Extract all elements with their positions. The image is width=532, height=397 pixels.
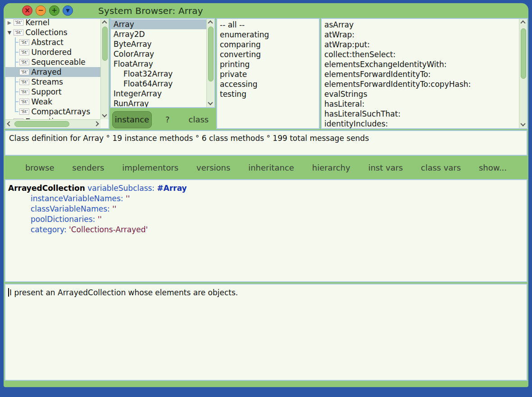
smalltalk-category-icon: 'St' — [19, 39, 29, 45]
menu-icon: ▼ — [66, 8, 69, 13]
scroll-down-icon[interactable] — [208, 100, 213, 105]
scrollbar-thumb[interactable] — [14, 121, 69, 127]
class-category-tree-pane: ▶'St'Kernel▼'St'Collections'St'Abstract'… — [5, 18, 109, 129]
expand-button[interactable]: + — [49, 5, 59, 16]
scrollbar-thumb[interactable] — [208, 27, 214, 81]
scroll-up-icon[interactable] — [208, 20, 213, 25]
tree-item-label: Unordered — [32, 48, 72, 57]
method-item[interactable]: hasLiteralSuchThat: — [322, 109, 519, 119]
class-item-float64array[interactable]: Float64Array — [111, 79, 206, 89]
method-item-label: hasLiteralSuchThat: — [324, 109, 400, 118]
method-category-item[interactable]: printing — [217, 59, 319, 69]
toolbar-button-senders[interactable]: senders — [72, 163, 104, 172]
class-item-label: Array — [114, 20, 134, 29]
method-category-item[interactable]: private — [217, 69, 319, 79]
class-item-runarray[interactable]: RunArray — [111, 99, 206, 108]
scroll-down-icon[interactable] — [520, 121, 525, 126]
close-button[interactable]: × — [22, 5, 32, 16]
code-line: classVariableNames: '' — [8, 204, 524, 214]
tree-item-kernel[interactable]: ▶'St'Kernel — [5, 18, 100, 27]
method-item[interactable]: elementsForwardIdentityTo: — [322, 69, 519, 79]
method-category-item[interactable]: comparing — [217, 40, 319, 50]
class-item-array[interactable]: Array — [111, 19, 206, 29]
class-vertical-scrollbar[interactable] — [206, 19, 214, 107]
scrollbar-thumb[interactable] — [521, 28, 526, 79]
method-item-label: collect:thenSelect: — [324, 50, 396, 59]
instance-button[interactable]: instance — [112, 111, 152, 128]
method-item[interactable]: elementsForwardIdentityTo:copyHash: — [322, 79, 519, 89]
menu-button[interactable]: ▼ — [63, 5, 73, 16]
scroll-left-icon[interactable] — [7, 121, 12, 126]
expand-icon: + — [51, 7, 57, 14]
chevron-expanded-icon[interactable]: ▼ — [5, 30, 14, 36]
tree-item-arrayed[interactable]: 'St'Arrayed — [5, 67, 100, 77]
scrollbar-thumb[interactable] — [102, 27, 108, 61]
method-item[interactable]: collect:thenSelect: — [322, 50, 519, 59]
tree-connector — [11, 77, 19, 87]
method-item[interactable]: evalStrings — [322, 89, 519, 99]
minimize-button[interactable]: − — [36, 5, 46, 16]
method-category-item-label: accessing — [220, 80, 258, 89]
toolbar-button-class-vars[interactable]: class vars — [421, 163, 461, 172]
method-item[interactable]: hasLiteral: — [322, 99, 519, 109]
method-category-item[interactable]: -- all -- — [217, 20, 319, 30]
class-item-colorarray[interactable]: ColorArray — [111, 49, 206, 59]
class-comment-pane[interactable]: I present an ArrayedCollection whose ele… — [5, 284, 527, 381]
toolbar-button-inheritance[interactable]: inheritance — [248, 163, 294, 172]
scroll-up-icon[interactable] — [102, 20, 107, 25]
tree-item-streams[interactable]: 'St'Streams — [5, 77, 100, 87]
tree-connector — [11, 97, 19, 107]
chevron-collapsed-icon[interactable]: ▶ — [5, 20, 14, 26]
tree-item-abstract[interactable]: 'St'Abstract — [5, 37, 100, 47]
method-category-item[interactable]: converting — [217, 50, 319, 59]
method-category-item[interactable]: testing — [217, 89, 319, 99]
method-item-label: identityIncludes: — [324, 119, 388, 128]
class-item-array2d[interactable]: Array2D — [111, 29, 206, 39]
tree-item-unordered[interactable]: 'St'Unordered — [5, 47, 100, 57]
code-segment-selector: variableSubclass: — [87, 184, 157, 193]
toolbar-button-versions[interactable]: versions — [196, 163, 230, 172]
tree-connector — [11, 47, 19, 57]
class-item-label: Float64Array — [123, 79, 173, 88]
method-item-label: atWrap: — [324, 30, 355, 39]
method-item-label: hasLiteral: — [324, 99, 364, 108]
window-controls: ×−+▼ — [22, 5, 73, 16]
class-item-label: IntegerArray — [114, 89, 162, 98]
class-item-label: Float32Array — [123, 69, 173, 78]
method-category-item[interactable]: accessing — [217, 79, 319, 89]
tree-item-weak[interactable]: 'St'Weak — [5, 97, 100, 107]
method-category-item[interactable]: enumerating — [217, 30, 319, 40]
tree-item-collections[interactable]: ▼'St'Collections — [5, 27, 100, 37]
comment-query-button[interactable]: ? — [165, 115, 170, 124]
class-item-floatarray[interactable]: FloatArray — [111, 59, 206, 69]
method-item[interactable]: atWrap: — [322, 30, 519, 40]
toolbar-button-implementors[interactable]: implementors — [122, 163, 178, 172]
toolbar-button-inst-vars[interactable]: inst vars — [368, 163, 403, 172]
toolbar-button-hierarchy[interactable]: hierarchy — [312, 163, 350, 172]
method-item[interactable]: asArray — [322, 20, 519, 30]
toolbar-button-browse[interactable]: browse — [25, 163, 55, 172]
code-segment-selector: classVariableNames: — [31, 204, 112, 213]
tree-item-compactarrays[interactable]: 'St'CompactArrays — [5, 107, 100, 117]
browser-toolbar: browsesendersimplementorsversionsinherit… — [5, 157, 527, 178]
scroll-right-icon[interactable] — [94, 121, 99, 126]
method-item[interactable]: atWrap:put: — [322, 40, 519, 50]
minimize-icon: − — [38, 7, 44, 14]
class-item-integerarray[interactable]: IntegerArray — [111, 89, 206, 99]
scroll-up-icon[interactable] — [520, 20, 525, 25]
tree-horizontal-scrollbar[interactable] — [5, 119, 100, 128]
method-item[interactable]: elementsExchangeIdentityWith: — [322, 59, 519, 69]
method-vertical-scrollbar[interactable] — [519, 19, 527, 128]
tree-item-support[interactable]: 'St'Support — [5, 87, 100, 97]
class-list-pane: ArrayArray2DByteArrayColorArrayFloatArra… — [110, 18, 215, 108]
tree-item-sequenceable[interactable]: 'St'Sequenceable — [5, 57, 100, 67]
window-titlebar[interactable]: ×−+▼ System Browser: Array — [4, 3, 528, 18]
code-pane[interactable]: ArrayedCollection variableSubclass: #Arr… — [5, 179, 527, 282]
toolbar-button-show---[interactable]: show... — [479, 163, 507, 172]
tree-vertical-scrollbar[interactable] — [100, 19, 109, 119]
class-item-bytearray[interactable]: ByteArray — [111, 39, 206, 49]
method-item[interactable]: identityIncludes: — [322, 119, 519, 129]
class-item-float32array[interactable]: Float32Array — [111, 69, 206, 79]
scroll-down-icon[interactable] — [102, 112, 107, 117]
class-button[interactable]: class — [189, 115, 209, 124]
